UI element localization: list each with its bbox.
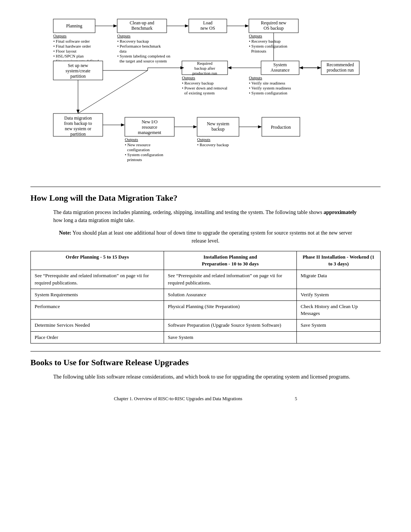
svg-text:• Verify site readiness: • Verify site readiness — [249, 81, 285, 85]
svg-text:• System configuration: • System configuration — [125, 152, 164, 157]
svg-text:Printouts: Printouts — [251, 49, 266, 53]
svg-text:Recommended: Recommended — [327, 62, 354, 67]
svg-text:• New resource: • New resource — [125, 142, 150, 147]
svg-text:printouts: printouts — [127, 157, 142, 162]
table-row: System Requirements Solution Assurance V… — [31, 289, 381, 300]
svg-marker-13 — [245, 24, 249, 27]
table-row: See “Prerequisite and related informatio… — [31, 270, 381, 289]
svg-text:system/create: system/create — [65, 68, 90, 73]
section-books-para1: The following table lists software relea… — [53, 373, 358, 381]
flowchart-svg: Planning Clean-up and Benchmark Load new… — [49, 15, 362, 175]
svg-text:System: System — [273, 62, 287, 67]
svg-marker-8 — [185, 24, 189, 27]
table-cell: Save System — [296, 320, 380, 331]
table-cell: See “Prerequisite and related informatio… — [164, 270, 297, 289]
svg-text:Set up new: Set up new — [68, 63, 88, 68]
svg-text:Outputs: Outputs — [125, 137, 138, 142]
svg-text:• System configuration: • System configuration — [249, 91, 288, 95]
svg-text:New system: New system — [207, 121, 230, 126]
svg-text:OS backup: OS backup — [264, 26, 284, 31]
svg-text:• Recovery backup: • Recovery backup — [197, 142, 229, 147]
svg-text:Outputs: Outputs — [249, 75, 262, 80]
table-cell: Physical Planning (Site Preparation) — [164, 300, 297, 319]
svg-text:• Recovery backup: • Recovery backup — [182, 81, 214, 85]
svg-text:of existing system: of existing system — [184, 91, 215, 95]
section-migration-note: Note: You should plan at least one addit… — [53, 229, 358, 245]
svg-text:• Final software order: • Final software order — [53, 39, 90, 43]
svg-text:• Recovery backup: • Recovery backup — [249, 39, 281, 43]
table-header-col3: Phase II Installation - Weekend (1 to 3 … — [296, 251, 380, 270]
section-divider-1 — [30, 187, 381, 187]
section-divider-2 — [30, 351, 381, 351]
svg-text:backup: backup — [212, 126, 225, 132]
svg-text:from backup to: from backup to — [64, 121, 92, 126]
svg-text:Planning: Planning — [66, 23, 83, 29]
section-migration-time: How Long will the Data Migration Take? T… — [30, 193, 381, 343]
section-migration-para1: The data migration process includes plan… — [53, 208, 358, 224]
svg-text:management: management — [138, 130, 161, 135]
svg-marker-40 — [299, 66, 303, 69]
table-row: Determine Services Needed Software Prepa… — [31, 320, 381, 331]
svg-text:new OS: new OS — [201, 26, 215, 31]
svg-text:resource: resource — [142, 125, 158, 130]
svg-text:Outputs: Outputs — [53, 34, 67, 38]
svg-text:backup after: backup after — [194, 66, 215, 70]
table-header-col1: Order Planning - 5 to 15 Days — [31, 251, 164, 270]
svg-text:Load: Load — [203, 20, 213, 26]
table-cell: Save System — [164, 331, 297, 343]
table-cell — [296, 331, 380, 343]
table-cell: Verify System — [296, 289, 380, 300]
svg-marker-80 — [193, 125, 197, 128]
svg-text:Clean-up and: Clean-up and — [130, 20, 154, 26]
migration-table: Order Planning - 5 to 15 Days Installati… — [30, 251, 381, 343]
flowchart-section: Planning Clean-up and Benchmark Load new… — [30, 15, 381, 175]
section-books: Books to Use for Software Release Upgrad… — [30, 358, 381, 381]
svg-text:the target and source system: the target and source system — [119, 59, 167, 63]
svg-text:partition: partition — [70, 73, 86, 79]
table-cell: Solution Assurance — [164, 289, 297, 300]
section-books-title: Books to Use for Software Release Upgrad… — [30, 358, 381, 367]
svg-text:• HSL/SPCN plan: • HSL/SPCN plan — [53, 54, 84, 58]
table-row: Place Order Save System — [31, 331, 381, 343]
table-cell: Check History and Clean Up Messages — [296, 300, 380, 319]
svg-text:Benchmark: Benchmark — [131, 26, 152, 31]
svg-text:Required new: Required new — [261, 20, 287, 26]
table-cell: Place Order — [31, 331, 164, 343]
svg-text:Outputs: Outputs — [182, 75, 195, 80]
svg-text:Assurance: Assurance — [271, 67, 290, 73]
svg-text:• Floor layout: • Floor layout — [53, 49, 76, 53]
svg-text:Required: Required — [197, 61, 213, 66]
svg-text:• System labeling completed on: • System labeling completed on — [117, 54, 170, 58]
svg-text:• Recovery backup: • Recovery backup — [117, 39, 149, 43]
svg-text:New I/O: New I/O — [142, 119, 158, 125]
svg-text:partition: partition — [70, 131, 86, 137]
table-cell: Performance — [31, 300, 164, 319]
svg-text:new system or: new system or — [65, 126, 91, 131]
table-cell: Software Preparation (Upgrade Source Sys… — [164, 320, 297, 331]
svg-text:• Verify system readiness: • Verify system readiness — [249, 86, 291, 90]
svg-text:Outputs: Outputs — [117, 34, 131, 38]
svg-text:Production: Production — [271, 125, 291, 130]
svg-text:• Performance benchmark: • Performance benchmark — [117, 44, 161, 48]
svg-text:Outputs: Outputs — [249, 34, 262, 38]
svg-text:• Final hardware order: • Final hardware order — [53, 44, 91, 48]
svg-text:production run: production run — [327, 67, 354, 73]
svg-text:Data migration: Data migration — [64, 115, 92, 121]
svg-text:Outputs: Outputs — [197, 137, 210, 142]
section-migration-title: How Long will the Data Migration Take? — [30, 193, 381, 203]
svg-marker-45 — [228, 66, 231, 69]
footer-page: 5 — [295, 396, 297, 401]
svg-text:data: data — [119, 49, 126, 53]
table-cell: System Requirements — [31, 289, 164, 300]
table-cell: Migrate Data — [296, 270, 380, 289]
footer-text: Chapter 1. Overview of RISC-to-RISC Upgr… — [114, 396, 242, 401]
table-header-col2: Installation Planning andPreparation - 1… — [164, 251, 297, 270]
table-row: Performance Physical Planning (Site Prep… — [31, 300, 381, 319]
svg-marker-3 — [113, 24, 117, 27]
table-cell: See “Prerequisite and related informatio… — [31, 270, 164, 289]
svg-text:production run: production run — [192, 71, 217, 75]
svg-text:configuration: configuration — [127, 147, 150, 152]
svg-marker-74 — [121, 123, 125, 126]
svg-marker-85 — [258, 125, 262, 128]
svg-text:• Power down and removal: • Power down and removal — [182, 86, 227, 90]
